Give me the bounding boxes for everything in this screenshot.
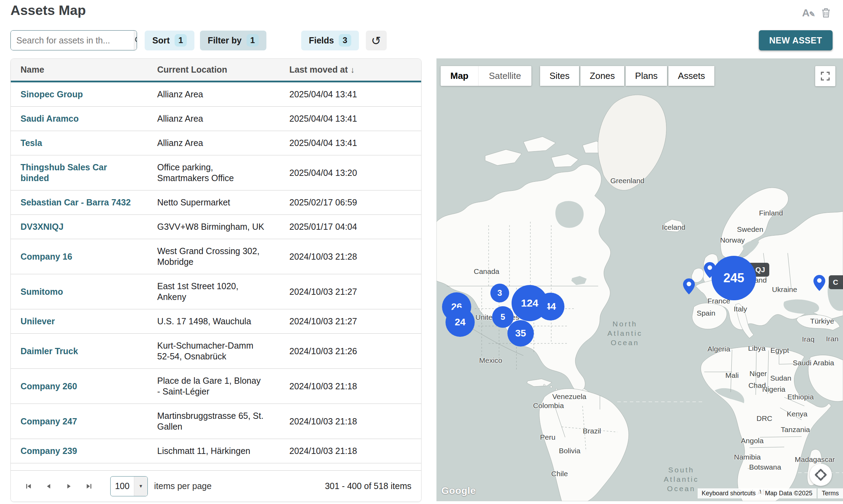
map-layer-button-zones[interactable]: Zones	[580, 66, 624, 86]
country-label: Sweden	[737, 225, 763, 234]
asset-name-cell: Company 16	[11, 245, 147, 269]
column-header-last-moved[interactable]: Last moved at↓	[280, 65, 421, 75]
fullscreen-icon[interactable]	[815, 66, 835, 86]
country-label: Iceland	[662, 223, 685, 231]
asset-location-cell: Route de la Plaine 999,	[147, 463, 280, 470]
asset-last-moved-cell: 2024/10/03 21:27	[280, 280, 421, 304]
asset-last-moved-cell: 2025/04/04 13:41	[280, 107, 421, 131]
asset-last-moved-cell: 2024/10/03 21:18	[280, 409, 421, 433]
map-type-map-button[interactable]: Map	[441, 66, 479, 86]
search-input[interactable]	[11, 31, 134, 50]
chevron-down-icon: ▼	[134, 477, 147, 496]
asset-location-cell: West Grand Crossing 302, Mobridge	[147, 239, 280, 274]
country-label: Canada	[474, 267, 499, 276]
pagination-bar: 100 ▼ items per page 301 - 400 of 518 it…	[11, 470, 421, 502]
search-icon[interactable]	[134, 31, 137, 50]
asset-link[interactable]: Company 260	[21, 381, 77, 391]
table-row: Company 16West Grand Crossing 302, Mobri…	[11, 239, 421, 274]
sort-desc-icon: ↓	[351, 65, 355, 74]
table-row: Sinopec GroupAllianz Area2025/04/04 13:4…	[11, 82, 421, 107]
pencil-icon: ✎	[809, 9, 815, 19]
last-page-button[interactable]	[81, 478, 97, 494]
asset-name-cell: Sebastian Car - Barra 7432	[11, 190, 147, 214]
country-label: Niger	[749, 369, 767, 378]
asset-link[interactable]: DV3XNIQJ	[21, 222, 64, 231]
country-label: Sudan	[770, 374, 792, 382]
asset-link[interactable]: Sinopec Group	[21, 89, 83, 99]
asset-last-moved-cell: 2025/04/04 13:41	[280, 82, 421, 106]
country-label: Ukraine	[772, 285, 797, 294]
map-pin-icon[interactable]	[683, 278, 695, 296]
country-label: Greenland	[610, 177, 644, 185]
asset-name-cell: Thingshub Sales Car binded	[11, 155, 147, 190]
cluster-marker[interactable]: 24	[445, 308, 475, 337]
asset-last-moved-cell: 2024/10/03 21:17	[280, 463, 421, 470]
filter-button[interactable]: Filter by 1	[200, 31, 266, 50]
world-map-graphic	[436, 58, 843, 501]
attribution-item[interactable]: Keyboard shortcuts	[698, 488, 760, 498]
cluster-marker[interactable]: 245	[712, 256, 756, 300]
sort-button[interactable]: Sort 1	[145, 31, 194, 50]
first-page-button[interactable]	[21, 478, 37, 494]
pan-control-icon[interactable]	[810, 464, 832, 486]
country-label: Venezuela	[552, 392, 586, 401]
refresh-icon[interactable]: ↺	[366, 31, 387, 50]
table-row: Saudi AramcoAllianz Area2025/04/04 13:41	[11, 107, 421, 131]
cluster-marker[interactable]: 124	[512, 285, 548, 321]
map-attribution: Keyboard shortcutsMap Data ©2025Terms	[698, 488, 843, 498]
asset-link[interactable]: Company 247	[21, 416, 77, 426]
asset-name-tag: C	[829, 275, 843, 289]
asset-link[interactable]: Unilever	[21, 316, 55, 326]
asset-link[interactable]: Company 16	[21, 252, 72, 261]
table-row: Daimler TruckKurt-Schumacher-Damm 52-54,…	[11, 334, 421, 369]
asset-last-moved-cell: 2025/04/04 13:41	[280, 131, 421, 155]
country-label: Iraq	[802, 335, 814, 343]
country-label: Madagascar	[795, 455, 835, 464]
asset-last-moved-cell: 2024/10/03 21:27	[280, 309, 421, 333]
attribution-item[interactable]: Map Data ©2025	[761, 488, 817, 498]
asset-link[interactable]: Sumitomo	[21, 287, 63, 296]
asset-location-cell: East 1st Street 1020, Ankeny	[147, 274, 280, 309]
map-canvas[interactable]: GreenlandIcelandNorwaySwedenFinlandCanad…	[436, 58, 843, 501]
table-row: UnileverU.S. 17 1498, Wauchula2024/10/03…	[11, 309, 421, 334]
filter-label: Filter by	[208, 35, 241, 46]
prev-page-button[interactable]	[41, 478, 57, 494]
asset-last-moved-cell: 2025/02/17 06:59	[280, 190, 421, 214]
table-header: Name Current Location Last moved at↓	[11, 59, 421, 82]
next-page-button[interactable]	[61, 478, 77, 494]
asset-name-cell: Company 236	[11, 463, 147, 470]
page-size-select[interactable]: 100 ▼	[110, 476, 148, 496]
cluster-marker[interactable]: 3	[490, 284, 509, 302]
asset-link[interactable]: Thingshub Sales Car binded	[21, 162, 107, 183]
asset-location-cell: Place de la Gare 1, Blonay - Saint-Légie…	[147, 369, 280, 404]
items-per-page-label: items per page	[154, 481, 211, 491]
fields-button[interactable]: Fields 3	[301, 31, 359, 50]
asset-link[interactable]: Daimler Truck	[21, 346, 78, 356]
trash-icon[interactable]	[821, 8, 830, 18]
asset-link[interactable]: Saudi Aramco	[21, 114, 79, 123]
page-range-label: 301 - 400 of 518 items	[325, 481, 411, 491]
map-layer-button-plans[interactable]: Plans	[626, 66, 667, 86]
asset-link[interactable]: Tesla	[21, 138, 42, 148]
asset-link[interactable]: Sebastian Car - Barra 7432	[21, 197, 131, 207]
cluster-marker[interactable]: 35	[507, 320, 534, 347]
map-type-satellite-button[interactable]: Satellite	[479, 66, 531, 86]
column-header-location[interactable]: Current Location	[147, 65, 280, 75]
rename-icon[interactable]: A✎	[802, 8, 810, 18]
table-row: Company 236Route de la Plaine 999,2024/1…	[11, 463, 421, 470]
asset-name-cell: Saudi Aramco	[11, 107, 147, 131]
map-layer-button-assets[interactable]: Assets	[668, 66, 714, 86]
asset-location-cell: Allianz Area	[147, 107, 280, 131]
column-header-name[interactable]: Name	[11, 65, 147, 75]
asset-last-moved-cell: 2024/10/03 21:18	[280, 374, 421, 398]
country-label: Tanzania	[781, 425, 810, 434]
country-label: Bolivia	[559, 447, 580, 455]
attribution-item[interactable]: Terms	[818, 488, 843, 498]
country-label: Kenya	[787, 410, 808, 418]
asset-name-cell: Sumitomo	[11, 280, 147, 304]
table-row: DV3XNIQJG3VV+W8 Birmingham, UK2025/01/17…	[11, 215, 421, 239]
new-asset-button[interactable]: NEW ASSET	[759, 30, 833, 50]
map-layer-button-sites[interactable]: Sites	[540, 66, 579, 86]
map-pin-icon[interactable]	[813, 275, 826, 293]
asset-link[interactable]: Company 239	[21, 446, 77, 456]
